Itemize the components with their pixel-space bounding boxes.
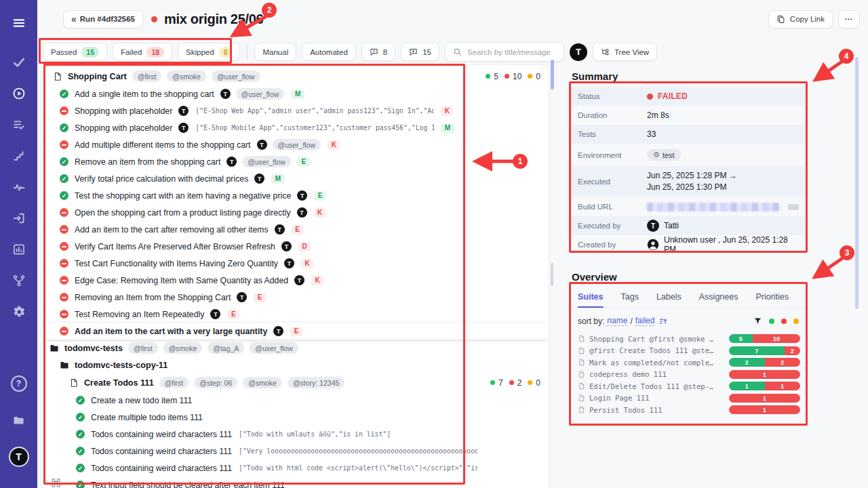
test-row[interactable]: ✓Create multiple todo items 111 xyxy=(45,409,549,426)
test-row[interactable]: ✓Add a single item to the shopping cartT… xyxy=(45,85,549,102)
sort-by-name-link[interactable]: name xyxy=(607,316,627,326)
test-row[interactable]: Add an item to the cart after removing a… xyxy=(45,221,549,238)
sidebar-item-branches[interactable] xyxy=(5,267,33,294)
test-title: Create a new todo item 111 xyxy=(91,396,192,405)
test-row[interactable]: ✓Remove an item from the shopping cartT@… xyxy=(45,153,549,170)
test-row[interactable]: ✓Shopping with placeholderT["E-Shop Mobi… xyxy=(45,119,549,136)
folder-row[interactable]: todomvc-tests-copy-11 xyxy=(45,357,549,373)
sidebar-item-help[interactable]: ? xyxy=(5,370,33,397)
project-logo-avatar[interactable]: T xyxy=(570,43,587,61)
sidebar-item-pulse[interactable] xyxy=(5,174,33,201)
test-row[interactable]: ✓Create a new todo item 111 xyxy=(45,392,549,409)
sort-amount-up-icon[interactable] xyxy=(658,317,668,326)
test-row[interactable]: Test Removing an Item RepeatedlyTE xyxy=(45,306,549,323)
tag-pill[interactable]: @story: 12345 xyxy=(288,377,344,388)
sidebar-item-plans[interactable] xyxy=(5,111,33,138)
owner-badge: E xyxy=(298,157,310,167)
search-box[interactable] xyxy=(445,42,564,62)
search-input[interactable] xyxy=(466,47,556,57)
comments-add-button[interactable]: 15 xyxy=(401,43,439,61)
test-row[interactable]: ✓Verify total price calculation with dec… xyxy=(45,170,549,187)
overview-suite-row[interactable]: Shopping Cart @first @smoke …510 xyxy=(578,333,800,345)
test-row[interactable]: Shopping with placeholderT["E-Shop Web A… xyxy=(45,102,549,119)
test-row[interactable]: ✓Todos containing weird characters 111["… xyxy=(45,426,549,443)
overview-suite-row[interactable]: Mark as completed/not comple…22 xyxy=(578,357,800,369)
tab-labels[interactable]: Labels xyxy=(656,292,682,308)
tab-assignees[interactable]: Assignees xyxy=(699,292,738,308)
suite-row[interactable]: Create Todos 111@first@step: 06@smoke@st… xyxy=(45,373,549,392)
overview-suite-row[interactable]: Login Page 1111 xyxy=(578,392,800,405)
test-row[interactable]: Removing an Item from the Shopping CartT… xyxy=(45,289,549,306)
tag-pill[interactable]: @first xyxy=(159,377,189,388)
right-panel: Summary StatusFAILEDDuration2m 8sTests33… xyxy=(570,65,807,423)
sidebar-item-logo[interactable]: T xyxy=(5,443,33,470)
tag-pill[interactable]: @user_flow xyxy=(250,342,298,354)
failed-filter-dot[interactable] xyxy=(781,319,787,324)
summary-table: StatusFAILEDDuration2m 8sTests33Environm… xyxy=(570,87,807,254)
sidebar-item-analytics[interactable] xyxy=(5,236,33,263)
tag-pill[interactable]: @first xyxy=(132,70,162,82)
page-scrollbar[interactable] xyxy=(855,57,859,309)
suite-title: todomvc-tests-copy-11 xyxy=(75,361,167,370)
sidebar-item-tests[interactable] xyxy=(5,49,33,76)
test-row[interactable]: ✓Text input field should be cleared afte… xyxy=(45,476,549,488)
sidebar-item-import[interactable] xyxy=(5,205,33,232)
tag-pill[interactable]: @smoke xyxy=(163,342,203,354)
test-row[interactable]: ✓Test the shopping cart with an item hav… xyxy=(45,187,549,204)
passed-icon: ✓ xyxy=(60,157,68,166)
tag-pill[interactable]: @user_flow xyxy=(236,88,285,100)
tag-pill[interactable]: @first xyxy=(128,342,158,354)
tag-pill[interactable]: @smoke xyxy=(243,377,282,388)
tab-priorities[interactable]: Priorities xyxy=(755,292,789,308)
filter-failed-button[interactable]: Failed 18 xyxy=(113,43,172,61)
skipped-dot xyxy=(528,380,532,385)
filter-skipped-button[interactable]: Skipped 0 xyxy=(178,43,240,61)
test-row[interactable]: Edge Case: Removing Item with Same Quant… xyxy=(45,272,549,289)
tree-view-button[interactable]: Tree View xyxy=(593,43,657,61)
tag-pill[interactable]: @user_flow xyxy=(242,156,291,167)
overview-suite-row[interactable]: Edit/Delete Todos 111 @step-…11 xyxy=(578,380,800,392)
copy-link-button[interactable]: Copy Link xyxy=(768,10,833,28)
filter-passed-button[interactable]: Passed 15 xyxy=(43,43,107,61)
skipped-label: Skipped xyxy=(186,48,214,56)
filter-automated-button[interactable]: Automated xyxy=(302,43,356,61)
testomat-badge-icon: T xyxy=(294,275,304,285)
sidebar-item-projects[interactable] xyxy=(5,407,33,434)
tab-tags[interactable]: Tags xyxy=(621,292,639,308)
comments-alert-button[interactable]: 8 xyxy=(361,43,395,61)
overview-suite-row[interactable]: @first Create Todos 111 @ste…72 xyxy=(578,345,800,357)
sidebar-item-runs[interactable] xyxy=(5,80,33,107)
sort-by-failed-link[interactable]: failed xyxy=(635,316,655,326)
panel-resize-handle[interactable] xyxy=(551,263,553,286)
test-row[interactable]: ✓Todos containing weird characters 111["… xyxy=(45,460,549,476)
folder-row[interactable]: todomvc-tests@first@smoke@tag_A@user_flo… xyxy=(45,340,549,357)
run-back-button[interactable]: « Run #4df32565 xyxy=(63,10,143,28)
filter-manual-button[interactable]: Manual xyxy=(254,43,296,61)
test-row[interactable]: Verify Cart Items Are Preserved After Br… xyxy=(45,238,549,255)
test-row[interactable]: Add an item to the cart with a very larg… xyxy=(45,323,549,340)
sidebar-item-steps[interactable] xyxy=(5,142,33,169)
tag-pill[interactable]: @user_flow xyxy=(273,139,321,150)
sidebar-item-menu[interactable] xyxy=(5,9,33,37)
passed-filter-dot[interactable] xyxy=(769,319,774,324)
overview-suite-row[interactable]: Persist Todos 1111 xyxy=(578,404,800,416)
test-row[interactable]: Open the shopping cart from a product li… xyxy=(45,204,549,221)
tag-pill[interactable]: @user_flow xyxy=(212,70,260,82)
more-actions-button[interactable]: ⋯ xyxy=(838,10,860,28)
test-row[interactable]: Test Cart Functionality with Items Havin… xyxy=(45,255,549,272)
tag-pill[interactable]: @step: 06 xyxy=(194,377,237,388)
overview-suite-row[interactable]: codepress demo 1111 xyxy=(578,369,800,381)
suite-row[interactable]: Shopping Cart@first@smoke@user_flow5100 xyxy=(45,67,549,85)
skipped-filter-dot[interactable] xyxy=(793,319,799,324)
passed-dot xyxy=(486,74,490,79)
tag-pill[interactable]: @tag_A xyxy=(208,342,244,354)
owner-badge: E xyxy=(254,293,266,302)
sidebar-item-settings[interactable] xyxy=(5,298,33,325)
tab-suites[interactable]: Suites xyxy=(578,292,604,308)
list-scrollbar[interactable] xyxy=(551,60,554,89)
test-row[interactable]: ✓Todos containing weird characters 111["… xyxy=(45,443,549,460)
filter-funnel-icon[interactable] xyxy=(753,317,762,325)
tag-pill[interactable]: @smoke xyxy=(167,70,206,82)
test-title: Remove an item from the shopping cart xyxy=(75,157,220,167)
test-row[interactable]: Add multiple different items to the shop… xyxy=(45,136,549,153)
